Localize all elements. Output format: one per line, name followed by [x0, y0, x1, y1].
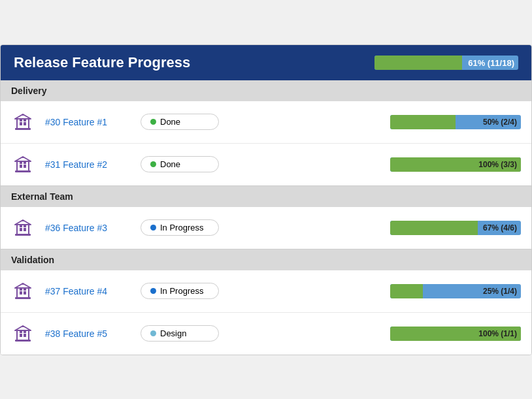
section-external-team: External Team #36 Feature #3In Progress6…	[1, 185, 531, 249]
feature-link[interactable]: #37 Feature #4	[45, 286, 130, 296]
status-dot	[150, 119, 156, 125]
section-delivery: Delivery #30 Feature #1Done50% (2/4) #31…	[1, 80, 531, 185]
section-header: Validation	[1, 249, 531, 270]
svg-rect-19	[24, 228, 26, 231]
status-badge: Design	[141, 325, 219, 342]
svg-rect-3	[24, 122, 26, 125]
release-feature-progress-card: Release Feature Progress 61% (11/18) Del…	[0, 44, 532, 355]
svg-marker-6	[15, 114, 31, 119]
status-label: Design	[160, 328, 186, 338]
overall-progress-label: 61% (11/18)	[468, 57, 514, 67]
svg-rect-26	[20, 291, 22, 295]
svg-rect-27	[24, 291, 26, 295]
svg-rect-33	[17, 330, 29, 340]
svg-rect-34	[20, 334, 22, 337]
status-label: Done	[160, 159, 180, 169]
row-progress-fill	[390, 221, 478, 235]
svg-marker-38	[15, 326, 31, 330]
section-validation: Validation #37 Feature #4In Progress25% …	[1, 249, 531, 355]
row-progress-bar: 100% (3/3)	[390, 157, 521, 172]
row-progress-label: 67% (4/6)	[483, 223, 517, 232]
svg-rect-2	[20, 122, 22, 125]
svg-rect-17	[17, 225, 29, 234]
svg-rect-18	[20, 228, 22, 231]
header: Release Feature Progress 61% (11/18)	[1, 45, 531, 80]
row-progress-label: 100% (3/3)	[478, 160, 517, 169]
building-icon	[11, 322, 35, 345]
feature-link[interactable]: #31 Feature #2	[45, 159, 130, 170]
svg-rect-35	[24, 334, 26, 337]
svg-rect-25	[17, 288, 29, 298]
building-icon	[11, 279, 35, 303]
svg-rect-11	[24, 165, 26, 168]
row-progress-bar: 100% (1/1)	[390, 327, 521, 341]
feature-row: #30 Feature #1Done50% (2/4)	[1, 101, 531, 144]
row-progress-label: 50% (2/4)	[483, 118, 517, 127]
row-progress-bar: 50% (2/4)	[390, 115, 521, 129]
status-dot	[150, 330, 156, 336]
status-badge: In Progress	[141, 219, 219, 236]
section-header: External Team	[1, 186, 531, 207]
status-label: In Progress	[160, 286, 203, 296]
sections-container: Delivery #30 Feature #1Done50% (2/4) #31…	[1, 80, 531, 355]
svg-marker-30	[15, 283, 31, 288]
section-header: Delivery	[1, 80, 531, 101]
feature-row: #38 Feature #5Design100% (1/1)	[1, 313, 531, 355]
svg-marker-22	[15, 220, 31, 225]
status-dot	[150, 225, 156, 231]
svg-rect-1	[17, 119, 29, 129]
svg-marker-14	[15, 157, 31, 161]
svg-rect-9	[17, 161, 29, 171]
feature-link[interactable]: #30 Feature #1	[45, 117, 130, 127]
row-progress-fill	[390, 115, 456, 129]
feature-row: #36 Feature #3In Progress67% (4/6)	[1, 207, 531, 249]
feature-row: #31 Feature #2Done100% (3/3)	[1, 144, 531, 185]
overall-progress-fill	[374, 56, 462, 70]
feature-link[interactable]: #36 Feature #3	[45, 223, 130, 233]
status-badge: In Progress	[141, 283, 219, 299]
page-title: Release Feature Progress	[14, 54, 190, 71]
building-icon	[11, 153, 35, 176]
status-badge: Done	[141, 156, 219, 172]
status-dot	[150, 288, 156, 294]
building-icon	[11, 216, 35, 240]
status-label: Done	[160, 117, 180, 127]
building-icon	[11, 110, 35, 134]
feature-link[interactable]: #38 Feature #5	[45, 328, 130, 339]
overall-progress-container: 61% (11/18)	[374, 56, 518, 70]
status-label: In Progress	[160, 223, 203, 232]
row-progress-label: 100% (1/1)	[478, 329, 517, 338]
row-progress-fill	[390, 284, 423, 298]
status-dot	[150, 161, 156, 167]
overall-progress-bar: 61% (11/18)	[374, 56, 518, 70]
row-progress-bar: 67% (4/6)	[390, 221, 521, 235]
row-progress-bar: 25% (1/4)	[390, 284, 521, 298]
status-badge: Done	[141, 114, 219, 130]
svg-rect-10	[20, 165, 22, 168]
feature-row: #37 Feature #4In Progress25% (1/4)	[1, 270, 531, 313]
row-progress-label: 25% (1/4)	[483, 287, 517, 296]
